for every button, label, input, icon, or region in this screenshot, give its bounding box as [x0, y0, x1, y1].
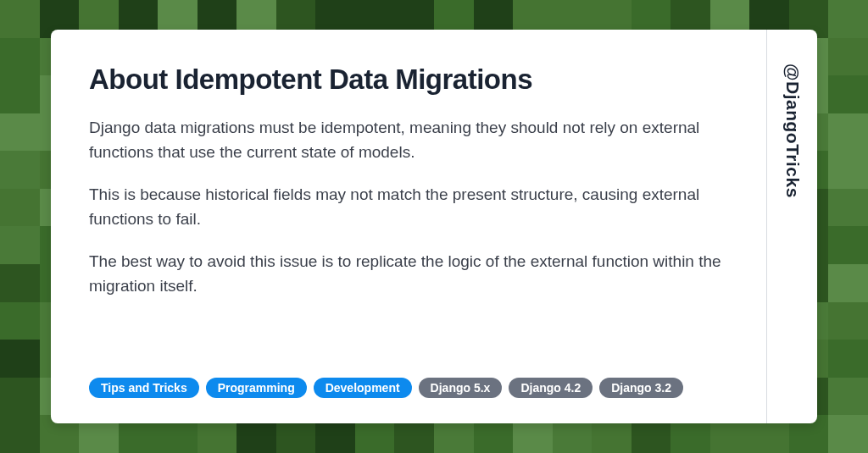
tag[interactable]: Programming [206, 378, 307, 398]
paragraph: The best way to avoid this issue is to r… [89, 250, 732, 298]
paragraph: Django data migrations must be idempoten… [89, 116, 732, 164]
paragraph: This is because historical fields may no… [89, 183, 732, 231]
tag[interactable]: Django 4.2 [509, 378, 593, 398]
tag[interactable]: Django 5.x [419, 378, 503, 398]
tag[interactable]: Development [314, 378, 412, 398]
twitter-handle[interactable]: @DjangoTricks [782, 64, 803, 198]
sidebar: @DjangoTricks [766, 30, 817, 423]
content-card: About Idempotent Data Migrations Django … [51, 30, 817, 423]
tags-container: Tips and Tricks Programming Development … [89, 378, 732, 398]
tag[interactable]: Tips and Tricks [89, 378, 199, 398]
body-text: Django data migrations must be idempoten… [89, 116, 732, 361]
main-content: About Idempotent Data Migrations Django … [51, 30, 766, 423]
tag[interactable]: Django 3.2 [599, 378, 683, 398]
page-title: About Idempotent Data Migrations [89, 64, 732, 96]
